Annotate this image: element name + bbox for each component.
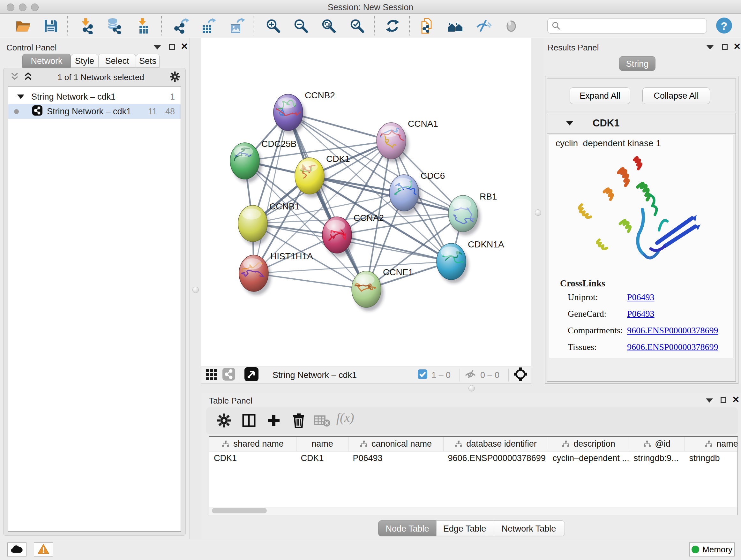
- collapse-all-button[interactable]: Collapse All: [643, 87, 710, 104]
- refresh-button[interactable]: [384, 17, 401, 35]
- control-panel-float-icon[interactable]: [169, 44, 175, 50]
- results-panel-close-icon[interactable]: ✕: [733, 44, 741, 50]
- table-cell[interactable]: P06493: [348, 451, 444, 465]
- edge-CCNB2-HIST1H1A[interactable]: [254, 112, 288, 273]
- results-panel-menu-icon[interactable]: [706, 45, 714, 50]
- column-header-database-identifier[interactable]: database identifier: [444, 437, 548, 451]
- tab-network[interactable]: Network: [22, 54, 71, 68]
- tab-sets[interactable]: Sets: [136, 54, 159, 68]
- open-session-button[interactable]: [14, 17, 32, 35]
- column-header-name[interactable]: name: [296, 437, 348, 451]
- add-column-plus-icon[interactable]: [265, 412, 283, 430]
- control-panel-menu-icon[interactable]: [154, 45, 161, 50]
- table-panel-float-icon[interactable]: [721, 397, 726, 403]
- crosslink-link[interactable]: 9606.ENSP00000378699: [627, 342, 718, 352]
- table-cell[interactable]: stringdb:9...: [629, 451, 685, 465]
- node-CDKN1A[interactable]: CDKN1A: [436, 240, 504, 283]
- tab-style[interactable]: Style: [71, 54, 98, 68]
- zoom-in-button[interactable]: [264, 17, 282, 35]
- node-CDK1[interactable]: CDK1: [295, 154, 350, 198]
- table-cell[interactable]: CDK1: [296, 451, 348, 465]
- scrollbar-thumb[interactable]: [212, 508, 267, 513]
- help-button[interactable]: ?: [716, 17, 732, 34]
- share-view-icon[interactable]: [222, 368, 235, 383]
- splitter-handle[interactable]: [192, 287, 199, 293]
- column-header-description[interactable]: description: [548, 437, 629, 451]
- detach-view-icon[interactable]: [245, 367, 259, 383]
- entry-expander-icon[interactable]: [566, 121, 574, 125]
- hidden-eye-icon[interactable]: [464, 369, 476, 381]
- home-button[interactable]: [447, 17, 464, 35]
- control-panel-close-icon[interactable]: ✕: [181, 44, 188, 50]
- zoom-selected-button[interactable]: [348, 17, 366, 35]
- memory-button[interactable]: Memory: [689, 543, 735, 557]
- zoom-fit-button[interactable]: [320, 17, 338, 35]
- crosslink-link[interactable]: 9606.ENSP00000378699: [627, 325, 718, 335]
- node-CCNA2[interactable]: CCNA2: [322, 213, 384, 257]
- export-network-button[interactable]: [172, 17, 190, 35]
- node-CCNE1[interactable]: CCNE1: [352, 267, 413, 311]
- birds-eye-crosshair-icon[interactable]: [513, 367, 528, 384]
- table-cell[interactable]: CDK1: [209, 451, 296, 465]
- results-panel-float-icon[interactable]: [722, 44, 728, 50]
- table-panel-menu-icon[interactable]: [706, 398, 713, 402]
- expand-all-button[interactable]: Expand All: [569, 87, 630, 104]
- column-header-shared-name[interactable]: shared name: [209, 437, 296, 451]
- save-session-button[interactable]: [42, 17, 60, 35]
- show-graphics-details-button[interactable]: [502, 17, 520, 35]
- control-panel-splitter[interactable]: [189, 38, 202, 539]
- grid-view-icon[interactable]: [206, 368, 217, 382]
- export-image-button[interactable]: [228, 17, 246, 35]
- import-network-file-button[interactable]: [78, 17, 96, 35]
- table-cell[interactable]: stringdb: [685, 451, 738, 465]
- delete-table-icon[interactable]: [313, 412, 331, 430]
- search-input[interactable]: [547, 18, 707, 34]
- cloud-status-button[interactable]: [7, 543, 26, 557]
- zoom-out-button[interactable]: [292, 17, 310, 35]
- node-table[interactable]: shared namenamecanonical namedatabase id…: [209, 436, 738, 515]
- splitter-handle[interactable]: [535, 209, 541, 216]
- tab-edge-table[interactable]: Edge Table: [436, 520, 493, 537]
- selected-checkbox-icon[interactable]: [417, 369, 428, 381]
- column-header-canonical-name[interactable]: canonical name: [348, 437, 444, 451]
- table-options-gear-icon[interactable]: [215, 412, 233, 430]
- tab-network-table[interactable]: Network Table: [493, 520, 565, 537]
- column-header-namespace[interactable]: namespace: [685, 437, 738, 451]
- network-row[interactable]: String Network – cdk1 11 48: [8, 104, 181, 119]
- import-table-file-button[interactable]: [134, 17, 152, 35]
- table-cell[interactable]: 9606.ENSP00000378699: [444, 451, 548, 465]
- node-HIST1H1A[interactable]: HIST1H1A: [239, 251, 313, 295]
- network-view[interactable]: CCNB2CCNA1CDC25BCDK1CDC6RB1CCNB1CCNA2CDK…: [201, 38, 531, 384]
- warning-status-button[interactable]: [34, 543, 53, 557]
- share-file-button[interactable]: [418, 17, 436, 35]
- table-cell[interactable]: cyclin–dependent ...: [548, 451, 629, 465]
- tab-node-table[interactable]: Node Table: [378, 520, 436, 537]
- expand-all-icon[interactable]: [24, 72, 32, 83]
- collapse-all-icon[interactable]: [10, 72, 19, 83]
- table-row[interactable]: CDK1CDK1P064939606.ENSP00000378699cyclin…: [209, 451, 738, 465]
- crosslink-link[interactable]: P06493: [627, 309, 655, 319]
- table-panel-close-icon[interactable]: ✕: [732, 396, 739, 403]
- crosslink-link[interactable]: P06493: [627, 292, 655, 302]
- show-columns-icon[interactable]: [240, 412, 258, 430]
- apply-function-fx-icon[interactable]: f(x): [336, 410, 354, 425]
- column-header--id[interactable]: @id: [629, 437, 685, 451]
- results-panel-splitter[interactable]: [532, 38, 544, 384]
- network-canvas-svg[interactable]: CCNB2CCNA1CDC25BCDK1CDC6RB1CCNB1CCNA2CDK…: [201, 38, 531, 367]
- tab-select[interactable]: Select: [98, 54, 136, 68]
- tab-string[interactable]: String: [619, 56, 656, 71]
- hide-unhide-button[interactable]: [475, 17, 492, 35]
- network-collection-row[interactable]: String Network – cdk1 1: [8, 89, 181, 104]
- table-hscrollbar[interactable]: [209, 507, 738, 515]
- export-table-button[interactable]: [199, 17, 217, 35]
- entry-header[interactable]: CDK1: [547, 113, 736, 134]
- node-RB1[interactable]: RB1: [448, 192, 497, 235]
- edge-CDK1-RB1[interactable]: [310, 176, 463, 213]
- splitter-handle[interactable]: [468, 385, 475, 391]
- tree-expander-icon[interactable]: [17, 95, 24, 99]
- node-CCNB1[interactable]: CCNB1: [238, 201, 300, 245]
- delete-column-trash-icon[interactable]: [290, 412, 308, 430]
- table-panel-splitter[interactable]: [201, 384, 741, 393]
- network-options-gear-icon[interactable]: [170, 71, 180, 83]
- node-CCNA1[interactable]: CCNA1: [377, 119, 438, 163]
